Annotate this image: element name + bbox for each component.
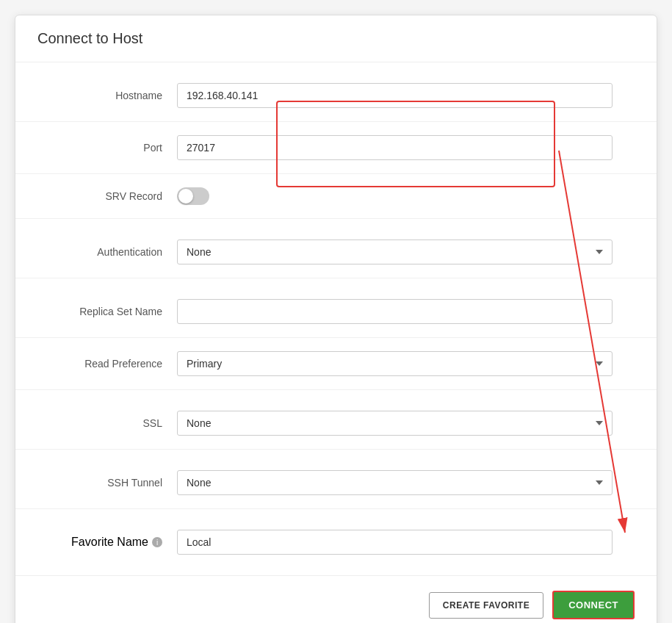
read-preference-row: Read Preference Primary Primary Preferre… (15, 338, 657, 390)
replica-set-row: Replica Set Name (15, 286, 657, 338)
connect-dialog: Connect to Host Hostname Port SRV Record (15, 15, 657, 623)
srv-record-row: SRV Record (15, 174, 657, 219)
hostname-row: Hostname (15, 70, 657, 122)
ssl-label: SSL (59, 417, 177, 429)
ssl-select[interactable]: None System CA / Atlas Custom Unvalidate… (177, 411, 613, 436)
favorite-name-label-wrapper: Favorite Name i (59, 536, 177, 549)
srv-record-label: SRV Record (59, 190, 177, 202)
read-preference-label: Read Preference (59, 358, 177, 370)
toggle-knob (178, 189, 193, 204)
ssh-tunnel-select[interactable]: None Password Identity File (177, 470, 613, 495)
port-input[interactable] (177, 135, 613, 160)
form-body: Hostname Port SRV Record Authentication … (15, 62, 657, 575)
authentication-row: Authentication None Username/Password SC… (15, 226, 657, 278)
port-row: Port (15, 122, 657, 174)
dialog-title: Connect to Host (15, 15, 657, 62)
favorite-name-label: Favorite Name (71, 536, 148, 549)
port-label: Port (59, 142, 177, 154)
create-favorite-button[interactable]: CREATE FAVORITE (429, 592, 543, 619)
read-preference-select[interactable]: Primary Primary Preferred Secondary Seco… (177, 351, 613, 376)
replica-set-label: Replica Set Name (59, 306, 177, 317)
connect-button[interactable]: CONNECT (552, 591, 635, 619)
favorite-name-input[interactable] (177, 530, 613, 555)
authentication-select[interactable]: None Username/Password SCRAM-SHA-256 X.5… (177, 240, 613, 264)
ssh-tunnel-row: SSH Tunnel None Password Identity File (15, 457, 657, 509)
authentication-label: Authentication (59, 246, 177, 258)
info-icon: i (152, 537, 162, 547)
srv-toggle[interactable] (177, 187, 209, 205)
hostname-input[interactable] (177, 83, 613, 108)
hostname-label: Hostname (59, 90, 177, 101)
ssh-tunnel-label: SSH Tunnel (59, 477, 177, 489)
ssl-row: SSL None System CA / Atlas Custom Unvali… (15, 397, 657, 450)
dialog-footer: CREATE FAVORITE CONNECT (15, 575, 657, 623)
replica-set-input[interactable] (177, 299, 613, 324)
favorite-name-row: Favorite Name i (15, 516, 657, 568)
srv-toggle-wrapper[interactable] (177, 187, 209, 205)
